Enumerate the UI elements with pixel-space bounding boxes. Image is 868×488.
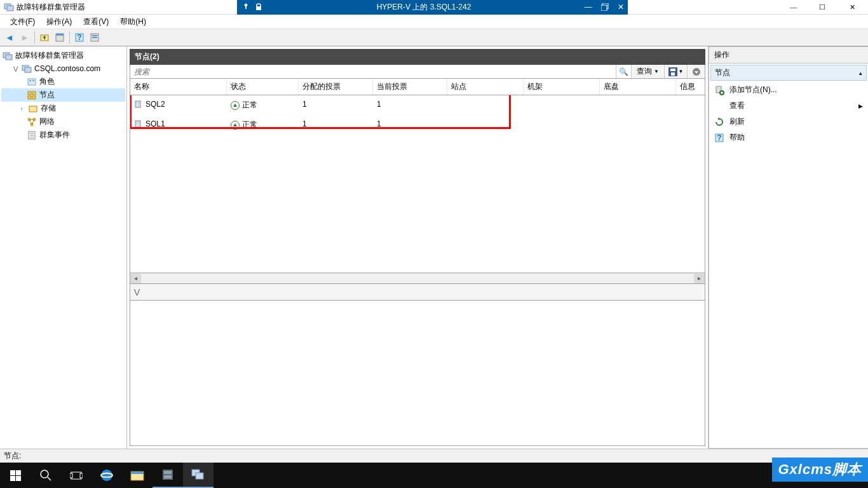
app-title: 故障转移群集管理器: [17, 2, 85, 13]
hv-minimize-icon[interactable]: —: [585, 3, 592, 11]
add-node-icon: [714, 85, 724, 95]
taskbar-explorer[interactable]: [122, 463, 153, 488]
svg-text:?: ?: [717, 133, 721, 142]
help-icon: ?: [714, 133, 724, 143]
minimize-button[interactable]: —: [779, 0, 808, 14]
up-button[interactable]: [37, 30, 51, 44]
collapse-icon: ▴: [859, 70, 862, 76]
svg-rect-48: [80, 473, 83, 478]
search-input[interactable]: [130, 65, 616, 78]
col-status[interactable]: 状态: [227, 79, 299, 95]
search-icon[interactable]: 🔍: [616, 65, 631, 78]
actions-header: 操作: [709, 46, 868, 64]
save-button[interactable]: ▼: [664, 65, 687, 78]
taskbar-cluster-manager[interactable]: [183, 463, 214, 488]
col-rack[interactable]: 机架: [524, 79, 600, 95]
svg-rect-14: [6, 55, 12, 60]
help-icon[interactable]: ?: [72, 30, 86, 44]
actions-section-nodes[interactable]: 节点 ▴: [710, 65, 867, 81]
svg-rect-2: [256, 6, 261, 10]
svg-rect-11: [92, 35, 97, 36]
tree-item-storage[interactable]: › 存储: [1, 102, 125, 115]
lock-icon[interactable]: [254, 2, 264, 12]
svg-rect-55: [164, 475, 172, 478]
table-row[interactable]: SQL2 正常 1 1: [130, 95, 705, 115]
tree-item-roles[interactable]: 角色: [1, 75, 125, 88]
hv-restore-icon[interactable]: [601, 3, 609, 11]
col-name[interactable]: 名称: [130, 79, 227, 95]
action-help[interactable]: ? 帮助: [710, 130, 867, 146]
statusbar: 节点:: [0, 449, 868, 463]
svg-rect-12: [92, 37, 97, 38]
svg-rect-33: [670, 69, 675, 71]
tool-icon-2[interactable]: [88, 30, 102, 44]
col-site[interactable]: 站点: [447, 79, 524, 95]
tree-item-events[interactable]: 群集事件: [1, 128, 125, 142]
hyperv-connection-bar: HYPER-V 上的 3.SQL1-242 — ✕: [237, 0, 628, 15]
svg-rect-16: [25, 67, 31, 72]
close-button[interactable]: ✕: [836, 0, 868, 14]
tree-panel: 故障转移群集管理器 ⋁ CSQL.contoso.com 角色 节点 › 存储: [0, 46, 127, 449]
col-chassis[interactable]: 底盘: [600, 79, 676, 95]
col-info[interactable]: 信息: [676, 79, 702, 95]
tree-item-networks[interactable]: 网络: [1, 115, 125, 128]
svg-rect-4: [601, 5, 607, 11]
svg-rect-23: [32, 96, 36, 99]
data-grid: SQL2 正常 1 1 SQL1 正常 1 1: [130, 95, 705, 273]
actions-panel: 操作 节点 ▴ 添加节点(N)... 查看 ▶ 刷新: [709, 46, 868, 449]
action-add-node[interactable]: 添加节点(N)...: [710, 82, 867, 98]
col-vote1[interactable]: 分配的投票: [299, 79, 373, 95]
table-row[interactable]: SQL1 正常 1 1: [130, 115, 705, 135]
app-icon: [4, 2, 14, 12]
svg-rect-22: [28, 96, 31, 99]
svg-rect-19: [32, 80, 34, 81]
svg-rect-47: [70, 473, 72, 478]
col-vote2[interactable]: 当前投票: [373, 79, 447, 95]
pin-icon[interactable]: [241, 2, 251, 12]
tool-icon-1[interactable]: [53, 30, 67, 44]
taskbar-ie[interactable]: [92, 463, 122, 488]
outer-titlebar: 故障转移群集管理器 HYPER-V 上的 3.SQL1-242 — ✕ — ☐ …: [0, 0, 868, 15]
svg-rect-24: [29, 106, 37, 112]
tree-cluster[interactable]: ⋁ CSQL.contoso.com: [1, 62, 125, 75]
menu-file[interactable]: 文件(F): [5, 15, 40, 29]
svg-rect-54: [164, 471, 172, 474]
query-button[interactable]: 查询▼: [631, 65, 664, 78]
svg-rect-57: [196, 473, 203, 479]
detail-pane: [130, 301, 705, 446]
horizontal-scrollbar[interactable]: ◄►: [130, 273, 705, 284]
hv-close-icon[interactable]: ✕: [618, 3, 624, 11]
column-headers: 名称 状态 分配的投票 当前投票 站点 机架 底盘 信息: [130, 79, 705, 95]
refresh-icon: [714, 117, 724, 127]
svg-point-44: [41, 470, 48, 478]
watermark: Gxlcms脚本: [772, 458, 869, 482]
svg-text:?: ?: [77, 33, 81, 42]
action-refresh[interactable]: 刷新: [710, 114, 867, 130]
search-button[interactable]: [31, 463, 61, 488]
taskbar-server-manager[interactable]: [153, 463, 183, 488]
action-view[interactable]: 查看 ▶: [710, 98, 867, 114]
menu-action[interactable]: 操作(A): [41, 15, 77, 29]
svg-rect-34: [671, 72, 675, 76]
dropdown-button[interactable]: [687, 65, 705, 78]
status-up-icon: [231, 121, 240, 130]
forward-button: ►: [18, 30, 32, 44]
taskview-button[interactable]: [61, 463, 92, 488]
svg-rect-17: [28, 79, 36, 85]
center-title: 节点(2): [130, 49, 705, 65]
tree-root[interactable]: 故障转移群集管理器: [1, 49, 125, 62]
svg-rect-21: [32, 92, 36, 95]
taskbar: 20:13 2018/1/27 Gxlcms脚本: [0, 463, 868, 488]
detail-toggle[interactable]: ⋁: [130, 284, 705, 301]
menubar: 文件(F) 操作(A) 查看(V) 帮助(H): [0, 15, 868, 29]
back-button[interactable]: ◄: [3, 30, 17, 44]
tree-item-nodes[interactable]: 节点: [1, 88, 125, 102]
svg-rect-20: [28, 92, 31, 95]
menu-view[interactable]: 查看(V): [78, 15, 114, 29]
center-panel: 节点(2) 🔍 查询▼ ▼ 名称 状态 分配的投票 当前投票 站点 机架 底盘 …: [127, 46, 709, 449]
menu-help[interactable]: 帮助(H): [115, 15, 151, 29]
start-button[interactable]: [0, 463, 31, 488]
svg-rect-7: [56, 34, 64, 36]
hyperv-title: HYPER-V 上的 3.SQL1-242: [269, 2, 580, 13]
maximize-button[interactable]: ☐: [808, 0, 836, 14]
